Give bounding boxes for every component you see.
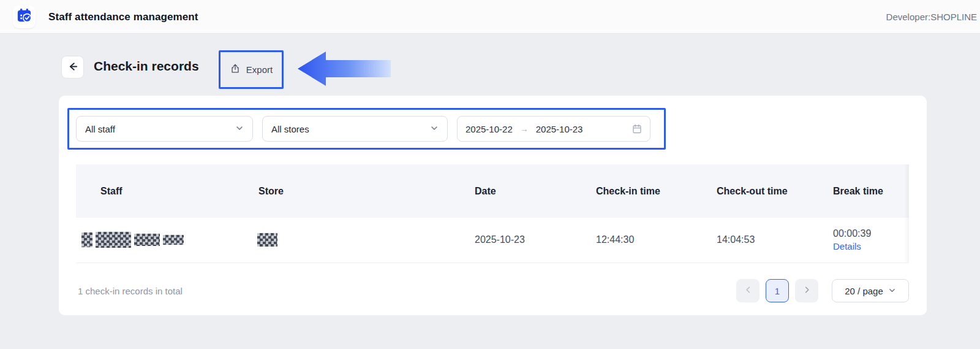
- export-button[interactable]: Export: [230, 63, 273, 76]
- arrow-left-icon: [67, 61, 78, 74]
- app-title: Staff attendance management: [48, 0, 198, 34]
- table-scroll-shadow: [904, 164, 909, 263]
- back-button[interactable]: [61, 56, 84, 79]
- table-footer: 1 check-in records in total 1 20 / page: [59, 275, 927, 307]
- calendar-check-icon: [16, 7, 32, 26]
- page-title: Check-in records: [94, 59, 199, 74]
- next-page-button[interactable]: [795, 279, 818, 302]
- details-link[interactable]: Details: [833, 240, 909, 252]
- topbar: Staff attendance management Developer:SH…: [0, 0, 980, 34]
- store-filter-select[interactable]: All stores: [262, 116, 448, 142]
- store-filter-value: All stores: [271, 124, 309, 134]
- cell-check-in-time: 12:44:30: [585, 218, 707, 263]
- cell-break-time: 00:00:39: [833, 228, 909, 239]
- staff-filter-value: All staff: [85, 124, 115, 134]
- column-header-check-out: Check-out time: [707, 164, 824, 218]
- date-range-arrow: →: [520, 124, 529, 134]
- chevron-left-icon: [744, 285, 753, 296]
- chevron-down-icon: [430, 124, 439, 134]
- column-header-break: Break time: [824, 164, 909, 218]
- upload-icon: [230, 63, 241, 76]
- page-number-button[interactable]: 1: [766, 279, 789, 302]
- annotation-arrow-export: [298, 52, 391, 88]
- column-header-staff: Staff: [76, 164, 247, 218]
- column-header-store: Store: [247, 164, 462, 218]
- records-card: All staff All stores 2025-10-22 → 2025-1…: [59, 96, 927, 315]
- table-header-row: Staff Store Date Check-in time Check-out…: [76, 164, 909, 218]
- developer-label: Developer:SHOPLINE: [886, 0, 977, 34]
- annotation-box-filters: All staff All stores 2025-10-22 → 2025-1…: [67, 108, 666, 150]
- calendar-icon: [632, 124, 642, 134]
- column-header-check-in: Check-in time: [585, 164, 707, 218]
- redacted-staff-name: [81, 232, 247, 248]
- chevron-down-icon: [235, 124, 244, 134]
- date-range-picker[interactable]: 2025-10-22 → 2025-10-23: [457, 116, 650, 142]
- redacted-store-name: [258, 233, 462, 247]
- records-total-text: 1 check-in records in total: [78, 286, 183, 296]
- chevron-right-icon: [802, 285, 812, 296]
- staff-filter-select[interactable]: All staff: [76, 116, 253, 142]
- annotation-box-export: Export: [219, 50, 284, 89]
- previous-page-button[interactable]: [736, 279, 760, 302]
- page-size-value: 20 / page: [845, 286, 883, 296]
- app-logo: [13, 6, 36, 28]
- table-row: 2025-10-23 12:44:30 14:04:53 00:00:39 De…: [76, 218, 909, 263]
- pagination: 1 20 / page: [736, 279, 909, 302]
- column-header-date: Date: [462, 164, 585, 218]
- date-from-value: 2025-10-22: [466, 124, 513, 134]
- cell-date: 2025-10-23: [462, 218, 585, 263]
- chevron-down-icon: [888, 286, 896, 296]
- cell-check-out-time: 14:04:53: [707, 218, 824, 263]
- page-size-select[interactable]: 20 / page: [832, 279, 909, 302]
- date-to-value: 2025-10-23: [536, 124, 583, 134]
- check-in-records-table: Staff Store Date Check-in time Check-out…: [76, 164, 909, 263]
- export-button-label: Export: [246, 64, 273, 75]
